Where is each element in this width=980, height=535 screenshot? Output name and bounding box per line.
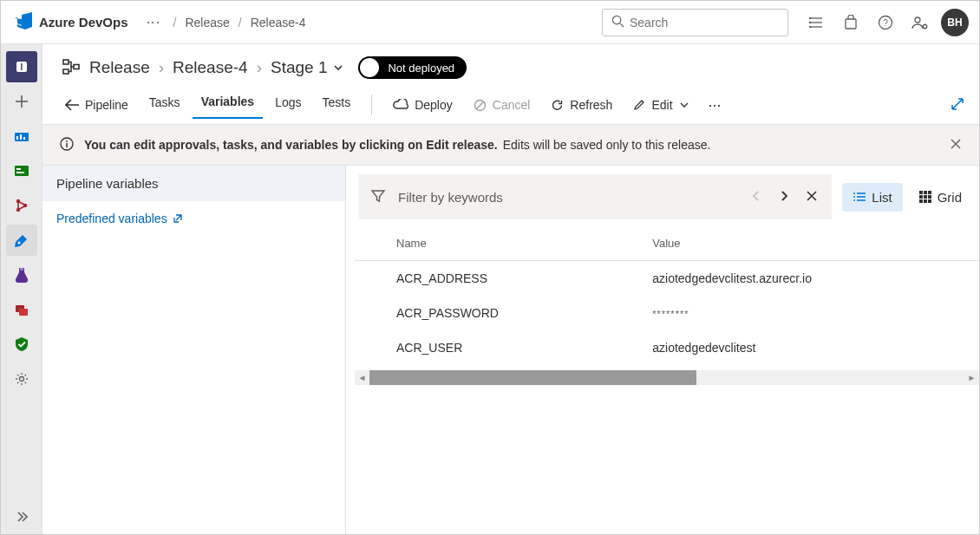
deployment-status-pill[interactable]: Not deployed — [358, 56, 467, 79]
variables-side-panel: Pipeline variables Predefined variables — [42, 166, 346, 534]
chevron-down-icon — [332, 62, 344, 74]
grid-icon — [918, 190, 932, 204]
svg-point-44 — [853, 196, 855, 198]
svg-rect-21 — [15, 166, 29, 176]
search-icon — [611, 15, 624, 30]
help-icon[interactable]: ? — [868, 5, 903, 40]
svg-rect-8 — [846, 19, 856, 29]
table-row[interactable]: ACR_ADDRESS aziotedgedevclitest.azurecr.… — [355, 261, 979, 297]
svg-rect-22 — [16, 168, 21, 170]
nav-add[interactable] — [6, 86, 37, 117]
tab-tests[interactable]: Tests — [313, 92, 359, 118]
header-crumb-release4[interactable]: Release-4 — [245, 16, 311, 29]
nav-pipelines[interactable] — [6, 225, 37, 256]
scroll-right-button[interactable]: ► — [964, 370, 979, 385]
list-view-button[interactable]: List — [842, 183, 902, 212]
horizontal-scrollbar[interactable]: ◄ ► — [355, 370, 979, 385]
table-row[interactable]: ACR_USER aziotedgedevclitest — [355, 330, 979, 365]
breadcrumb-sep: / — [170, 16, 180, 29]
tab-logs[interactable]: Logs — [266, 92, 310, 118]
azure-devops-logo-icon — [15, 12, 32, 32]
scroll-thumb[interactable] — [369, 370, 696, 385]
scroll-track[interactable] — [369, 370, 964, 385]
table-row[interactable]: ACR_PASSWORD ******** — [355, 296, 979, 330]
banner-close-button[interactable] — [950, 138, 962, 153]
tab-variables[interactable]: Variables — [193, 91, 264, 119]
var-name: ACR_ADDRESS — [355, 261, 645, 297]
col-name[interactable]: Name — [355, 228, 645, 261]
toolbar-divider — [371, 95, 372, 115]
filter-bar: Filter by keywords — [355, 174, 979, 228]
nav-overview[interactable]: I — [6, 51, 37, 82]
svg-point-27 — [17, 242, 20, 245]
svg-line-1 — [620, 23, 624, 26]
user-settings-icon[interactable] — [903, 5, 938, 40]
bc-sep: › — [159, 58, 164, 77]
brand-area[interactable]: Azure DevOps — [8, 12, 135, 32]
main-content: Release › Release-4 › Stage 1 Not deploy… — [42, 44, 979, 534]
grid-view-button[interactable]: Grid — [908, 183, 972, 212]
search-input[interactable] — [630, 16, 781, 29]
more-actions-button[interactable]: ··· — [702, 96, 728, 114]
refresh-button[interactable]: Refresh — [542, 95, 621, 115]
svg-rect-39 — [66, 143, 67, 147]
svg-rect-50 — [924, 195, 927, 199]
predefined-variables-link[interactable]: Predefined variables — [42, 201, 197, 236]
var-value: aziotedgedevclitest — [645, 330, 979, 365]
fullscreen-button[interactable] — [950, 96, 965, 114]
svg-point-43 — [853, 192, 855, 194]
filter-icon — [370, 188, 386, 206]
nav-boards[interactable] — [6, 121, 37, 152]
svg-point-11 — [915, 17, 920, 23]
var-value: ******** — [645, 296, 979, 330]
tab-tasks[interactable]: Tasks — [140, 92, 189, 118]
avatar[interactable]: BH — [941, 9, 969, 36]
nav-compliance[interactable] — [6, 329, 37, 360]
bc-release[interactable]: Release — [89, 58, 150, 77]
external-link-icon — [173, 213, 183, 224]
filter-clear-button[interactable] — [804, 190, 820, 205]
bc-stage-dropdown[interactable]: Stage 1 — [271, 58, 345, 77]
top-header: Azure DevOps ⋮ / Release / Release-4 ? B… — [1, 1, 979, 44]
filter-next-button[interactable] — [776, 190, 792, 205]
edit-button[interactable]: Edit — [624, 95, 697, 115]
pill-knob — [360, 58, 379, 77]
svg-rect-20 — [23, 137, 25, 140]
nav-expand[interactable] — [6, 501, 37, 532]
header-crumb-release[interactable]: Release — [180, 16, 234, 29]
cancel-button: Cancel — [465, 95, 539, 115]
filter-box[interactable]: Filter by keywords — [358, 174, 832, 219]
release-breadcrumb-row: Release › Release-4 › Stage 1 Not deploy… — [42, 44, 979, 86]
filter-prev-button — [748, 190, 764, 205]
left-nav: I — [1, 44, 42, 534]
svg-rect-48 — [928, 191, 931, 194]
bc-release-4[interactable]: Release-4 — [173, 58, 248, 77]
col-value[interactable]: Value — [645, 228, 979, 261]
scroll-left-button[interactable]: ◄ — [355, 370, 369, 385]
pipeline-variables-group[interactable]: Pipeline variables — [42, 166, 345, 201]
nav-pipelines-repo[interactable] — [6, 190, 37, 221]
nav-artifacts[interactable] — [6, 294, 37, 325]
svg-rect-53 — [924, 199, 927, 203]
marketplace-icon[interactable] — [833, 5, 868, 40]
work-items-icon[interactable] — [799, 5, 833, 40]
nav-test-plans[interactable] — [6, 259, 37, 290]
nav-repos[interactable] — [6, 155, 37, 186]
banner-bold-text: You can edit approvals, tasks, and varia… — [84, 138, 498, 152]
release-toolbar: Pipeline Tasks Variables Logs Tests Depl… — [42, 86, 979, 124]
edit-release-banner: You can edit approvals, tasks, and varia… — [42, 124, 979, 166]
pencil-icon — [633, 99, 645, 111]
search-box[interactable] — [602, 9, 788, 36]
view-toggle: List Grid — [842, 183, 972, 212]
back-pipeline-button[interactable]: Pipeline — [56, 93, 137, 117]
deploy-button[interactable]: Deploy — [384, 95, 461, 115]
variables-table: Name Value ACR_ADDRESS aziotedgedevclite… — [355, 228, 979, 365]
nav-settings[interactable] — [6, 363, 37, 395]
svg-rect-19 — [20, 134, 22, 140]
release-path-icon — [62, 57, 81, 79]
svg-rect-46 — [919, 191, 923, 194]
var-value: aziotedgedevclitest.azurecr.io — [645, 261, 979, 297]
svg-line-36 — [476, 101, 483, 108]
svg-rect-33 — [63, 69, 69, 74]
project-switcher-icon[interactable]: ⋮ — [144, 5, 160, 40]
